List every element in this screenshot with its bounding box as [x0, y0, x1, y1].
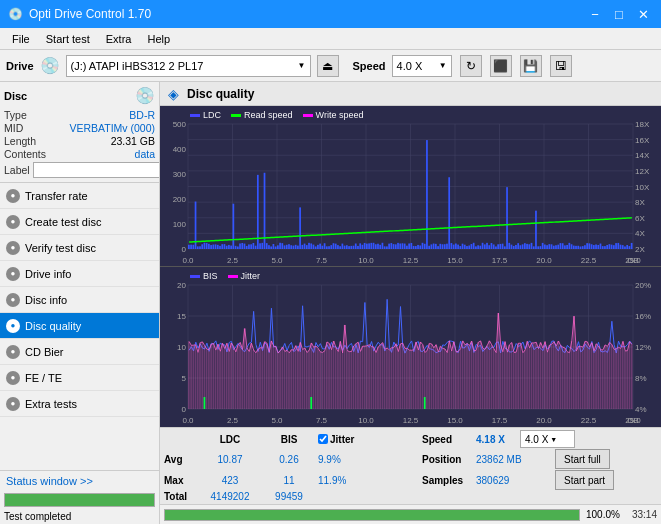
- progress-text: 100.0%: [586, 509, 626, 520]
- total-ldc: 4149202: [200, 491, 260, 502]
- status-window-button[interactable]: Status window >>: [0, 470, 159, 491]
- time-display: 33:14: [632, 509, 657, 520]
- sidebar-item-create-test-disc[interactable]: ●Create test disc: [0, 209, 159, 235]
- max-ldc: 423: [200, 475, 260, 486]
- eject-button[interactable]: ⏏: [317, 55, 339, 77]
- max-jitter: 11.9%: [318, 475, 418, 486]
- disc-quality-icon: ●: [6, 319, 20, 333]
- max-bis: 11: [264, 475, 314, 486]
- avg-jitter: 9.9%: [318, 454, 418, 465]
- status-completed-text: Test completed: [4, 511, 71, 522]
- type-value: BD-R: [129, 109, 155, 121]
- contents-value: data: [135, 148, 155, 160]
- type-label: Type: [4, 109, 27, 121]
- chart-header-icon: ◈: [168, 86, 179, 102]
- chart-header: ◈ Disc quality: [160, 82, 661, 106]
- start-part-button[interactable]: Start part: [555, 470, 614, 490]
- avg-bis: 0.26: [264, 454, 314, 465]
- start-full-button[interactable]: Start full: [555, 449, 610, 469]
- sidebar-item-disc-info[interactable]: ●Disc info: [0, 287, 159, 313]
- stats-section: LDC BIS Jitter Speed 4.18 X 4.0 X ▼ Avg …: [160, 427, 661, 504]
- sidebar-item-disc-quality[interactable]: ●Disc quality: [0, 313, 159, 339]
- avg-ldc: 10.87: [200, 454, 260, 465]
- charts-area: LDC Read speed Write speed BIS Jitter: [160, 106, 661, 427]
- app-icon: 💿: [8, 7, 23, 21]
- stats-col-bis: BIS: [264, 434, 314, 445]
- main-content: ◈ Disc quality LDC Read speed Write spee…: [160, 82, 661, 524]
- close-button[interactable]: ✕: [633, 7, 653, 22]
- speed-stat-value: 4.18 X: [476, 434, 516, 445]
- disc-info-icon: ●: [6, 293, 20, 307]
- legend-jitter: Jitter: [241, 271, 261, 281]
- jitter-label: Jitter: [330, 434, 354, 445]
- speed-stat-dropdown-arrow: ▼: [550, 436, 557, 443]
- contents-label: Contents: [4, 148, 46, 160]
- menu-file[interactable]: File: [4, 31, 38, 47]
- drive-label: Drive: [6, 60, 34, 72]
- label-input[interactable]: [33, 162, 160, 178]
- speed-select[interactable]: 4.0 X ▼: [392, 55, 452, 77]
- progress-bar: [164, 509, 580, 521]
- sidebar-item-fe-te[interactable]: ●FE / TE: [0, 365, 159, 391]
- progress-section: 100.0% 33:14: [160, 504, 661, 524]
- fe-te-icon: ●: [6, 371, 20, 385]
- app-title: Opti Drive Control 1.70: [29, 7, 151, 21]
- sidebar-item-cd-bier[interactable]: ●CD Bier: [0, 339, 159, 365]
- title-bar: 💿 Opti Drive Control 1.70 − □ ✕: [0, 0, 661, 28]
- length-label: Length: [4, 135, 36, 147]
- sidebar-item-label-disc-info: Disc info: [25, 294, 67, 306]
- sidebar-item-label-create-test-disc: Create test disc: [25, 216, 101, 228]
- legend-ldc: LDC: [203, 110, 221, 120]
- max-label: Max: [164, 475, 196, 486]
- speed-label: Speed: [353, 60, 386, 72]
- settings-button[interactable]: ⬛: [490, 55, 512, 77]
- disc-panel-title: Disc: [4, 90, 27, 102]
- sidebar-item-label-disc-quality: Disc quality: [25, 320, 81, 332]
- legend-write-speed: Write speed: [316, 110, 364, 120]
- samples-value: 380629: [476, 475, 551, 486]
- label-label: Label: [4, 164, 30, 176]
- sidebar-item-transfer-rate[interactable]: ●Transfer rate: [0, 183, 159, 209]
- sidebar-item-extra-tests[interactable]: ●Extra tests: [0, 391, 159, 417]
- refresh-button[interactable]: ↻: [460, 55, 482, 77]
- menu-help[interactable]: Help: [139, 31, 178, 47]
- progress-fill-sidebar: [5, 494, 154, 506]
- menu-bar: File Start test Extra Help: [0, 28, 661, 50]
- bottom-chart-canvas: [160, 267, 661, 427]
- speed-stat-select[interactable]: 4.0 X ▼: [520, 430, 575, 448]
- length-value: 23.31 GB: [111, 135, 155, 147]
- sidebar-item-drive-info[interactable]: ●Drive info: [0, 261, 159, 287]
- total-bis: 99459: [264, 491, 314, 502]
- transfer-rate-icon: ●: [6, 189, 20, 203]
- chart-top-legend: LDC Read speed Write speed: [190, 110, 363, 120]
- menu-extra[interactable]: Extra: [98, 31, 140, 47]
- position-value: 23862 MB: [476, 454, 551, 465]
- position-label: Position: [422, 454, 472, 465]
- main-layout: Disc 💿 Type BD-R MID VERBATIMv (000) Len…: [0, 82, 661, 524]
- jitter-checkbox[interactable]: [318, 434, 328, 444]
- jitter-checkbox-area: Jitter: [318, 434, 418, 445]
- maximize-button[interactable]: □: [609, 7, 629, 22]
- verify-test-disc-icon: ●: [6, 241, 20, 255]
- sidebar-item-verify-test-disc[interactable]: ●Verify test disc: [0, 235, 159, 261]
- drive-info-icon: ●: [6, 267, 20, 281]
- drive-bar: Drive 💿 (J:) ATAPI iHBS312 2 PL17 ▼ ⏏ Sp…: [0, 50, 661, 82]
- save-button[interactable]: 🖫: [550, 55, 572, 77]
- chart-header-title: Disc quality: [187, 87, 254, 101]
- legend-read-speed: Read speed: [244, 110, 293, 120]
- disc-button[interactable]: 💾: [520, 55, 542, 77]
- sidebar-item-label-cd-bier: CD Bier: [25, 346, 64, 358]
- mid-label: MID: [4, 122, 23, 134]
- progress-fill: [165, 510, 579, 520]
- legend-bis: BIS: [203, 271, 218, 281]
- drive-select-value: (J:) ATAPI iHBS312 2 PL17: [71, 60, 296, 72]
- progress-bar-sidebar: [4, 493, 155, 507]
- drive-select[interactable]: (J:) ATAPI iHBS312 2 PL17 ▼: [66, 55, 311, 77]
- minimize-button[interactable]: −: [585, 7, 605, 22]
- menu-start-test[interactable]: Start test: [38, 31, 98, 47]
- sidebar-item-label-verify-test-disc: Verify test disc: [25, 242, 96, 254]
- create-test-disc-icon: ●: [6, 215, 20, 229]
- speed-stat-select-value: 4.0 X: [525, 434, 548, 445]
- status-window-label: Status window >>: [6, 475, 93, 487]
- cd-bier-icon: ●: [6, 345, 20, 359]
